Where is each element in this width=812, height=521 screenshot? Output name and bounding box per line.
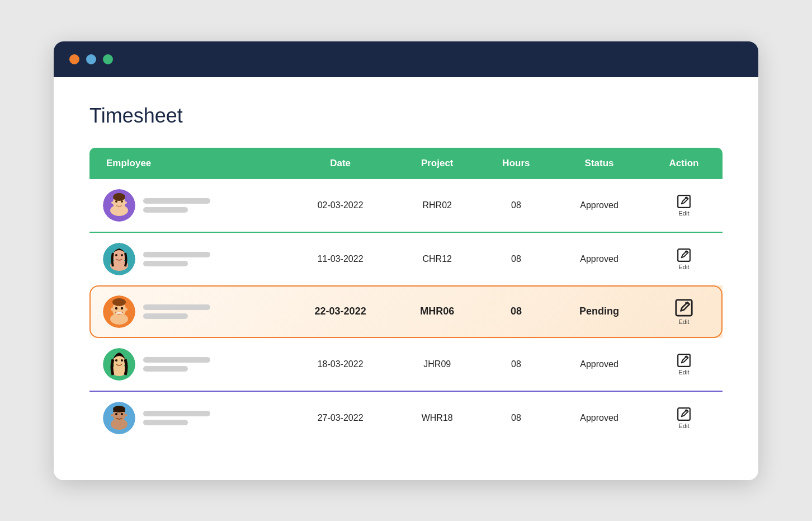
col-header-date: Date bbox=[286, 148, 395, 179]
name-line-1 bbox=[143, 411, 210, 416]
hours-cell-4: 08 bbox=[479, 338, 553, 391]
name-lines-5 bbox=[143, 411, 210, 425]
svg-rect-24 bbox=[676, 299, 692, 315]
svg-rect-30 bbox=[678, 354, 690, 367]
status-cell-1: Approved bbox=[553, 179, 645, 232]
status-cell-4: Approved bbox=[553, 338, 645, 391]
col-header-action: Action bbox=[645, 148, 723, 179]
action-cell-2: Edit bbox=[645, 232, 723, 285]
avatar-1 bbox=[103, 189, 135, 222]
edit-label-3: Edit bbox=[679, 318, 690, 325]
svg-point-38 bbox=[124, 414, 128, 416]
name-line-1 bbox=[143, 198, 210, 204]
date-cell-1: 02-03-2022 bbox=[286, 179, 395, 232]
titlebar bbox=[54, 41, 758, 77]
hours-cell-2: 08 bbox=[479, 232, 553, 285]
project-cell-2: CHR12 bbox=[395, 232, 479, 285]
table-row-1: 02-03-2022RHR0208Approved Edit bbox=[89, 179, 723, 232]
svg-point-22 bbox=[111, 308, 114, 311]
action-cell-3: Edit bbox=[645, 285, 723, 338]
name-lines-3 bbox=[143, 304, 210, 319]
action-cell-1: Edit bbox=[645, 179, 723, 232]
col-header-status: Status bbox=[553, 148, 645, 179]
name-line-2 bbox=[143, 261, 188, 266]
hours-cell-5: 08 bbox=[479, 391, 553, 444]
edit-label-2: Edit bbox=[679, 264, 690, 270]
svg-point-12 bbox=[115, 254, 117, 256]
svg-point-5 bbox=[113, 193, 125, 201]
employee-cell-4 bbox=[89, 338, 286, 391]
name-line-2 bbox=[143, 207, 188, 213]
table-row-4: 18-03-2022JHR0908Approved Edit bbox=[89, 338, 723, 391]
edit-button-2[interactable]: Edit bbox=[674, 246, 693, 273]
project-cell-5: WHR18 bbox=[395, 391, 479, 444]
employee-cell-1 bbox=[89, 179, 286, 232]
col-header-employee: Employee bbox=[89, 148, 286, 179]
svg-point-18 bbox=[115, 307, 117, 309]
name-line-2 bbox=[143, 313, 188, 319]
edit-label-4: Edit bbox=[679, 369, 690, 376]
svg-point-29 bbox=[121, 359, 123, 362]
dot-red bbox=[69, 54, 79, 64]
edit-label-5: Edit bbox=[679, 423, 690, 429]
col-header-project: Project bbox=[395, 148, 479, 179]
edit-button-3[interactable]: Edit bbox=[672, 296, 696, 327]
page-title: Timesheet bbox=[89, 104, 723, 128]
svg-point-19 bbox=[121, 307, 123, 309]
hours-cell-1: 08 bbox=[479, 179, 553, 232]
timesheet-table: Employee Date Project Hours Status Actio… bbox=[89, 148, 723, 444]
action-cell-4: Edit bbox=[645, 338, 723, 391]
name-line-2 bbox=[143, 366, 188, 372]
date-cell-3: 22-03-2022 bbox=[286, 285, 395, 338]
svg-point-21 bbox=[112, 298, 126, 306]
svg-point-28 bbox=[115, 359, 117, 362]
svg-rect-39 bbox=[678, 408, 690, 420]
svg-rect-14 bbox=[678, 249, 690, 261]
employee-cell-5 bbox=[89, 391, 286, 444]
name-lines-2 bbox=[143, 252, 210, 266]
hours-cell-3: 08 bbox=[479, 285, 553, 338]
edit-button-5[interactable]: Edit bbox=[674, 405, 693, 431]
date-cell-4: 18-03-2022 bbox=[286, 338, 395, 391]
name-line-2 bbox=[143, 420, 188, 425]
svg-rect-8 bbox=[678, 195, 690, 208]
svg-point-37 bbox=[111, 414, 114, 416]
name-lines-1 bbox=[143, 198, 210, 213]
avatar-2 bbox=[103, 243, 135, 275]
name-lines-4 bbox=[143, 357, 210, 372]
employee-cell-3 bbox=[89, 285, 286, 338]
main-content: Timesheet Employee Date Project Hours St… bbox=[54, 77, 758, 480]
svg-rect-20 bbox=[116, 312, 122, 314]
timesheet-table-container: Employee Date Project Hours Status Actio… bbox=[89, 148, 723, 444]
table-row-5: 27-03-2022WHR1808Approved Edit bbox=[89, 391, 723, 444]
name-line-1 bbox=[143, 304, 210, 310]
dot-blue bbox=[86, 54, 96, 64]
svg-point-13 bbox=[121, 254, 123, 256]
svg-point-34 bbox=[115, 413, 117, 415]
edit-button-4[interactable]: Edit bbox=[674, 351, 693, 378]
project-cell-3: MHR06 bbox=[395, 285, 479, 338]
svg-point-23 bbox=[124, 308, 128, 311]
avatar-5 bbox=[103, 402, 135, 434]
status-cell-2: Approved bbox=[553, 232, 645, 285]
app-window: Timesheet Employee Date Project Hours St… bbox=[54, 41, 758, 480]
dot-green bbox=[103, 54, 113, 64]
table-row-2: 11-03-2022CHR1208Approved Edit bbox=[89, 232, 723, 285]
table-header-row: Employee Date Project Hours Status Actio… bbox=[89, 148, 723, 179]
avatar-3 bbox=[103, 295, 135, 328]
edit-label-1: Edit bbox=[679, 210, 690, 217]
status-cell-5: Approved bbox=[553, 391, 645, 444]
col-header-hours: Hours bbox=[479, 148, 553, 179]
date-cell-5: 27-03-2022 bbox=[286, 391, 395, 444]
svg-point-33 bbox=[111, 419, 128, 430]
date-cell-2: 11-03-2022 bbox=[286, 232, 395, 285]
svg-point-17 bbox=[110, 313, 128, 325]
status-cell-3: Pending bbox=[553, 285, 645, 338]
svg-point-6 bbox=[111, 201, 115, 204]
employee-cell-2 bbox=[89, 232, 286, 285]
project-cell-4: JHR09 bbox=[395, 338, 479, 391]
svg-point-7 bbox=[124, 201, 127, 204]
name-line-1 bbox=[143, 252, 210, 257]
edit-button-1[interactable]: Edit bbox=[674, 192, 693, 219]
name-line-1 bbox=[143, 357, 210, 363]
